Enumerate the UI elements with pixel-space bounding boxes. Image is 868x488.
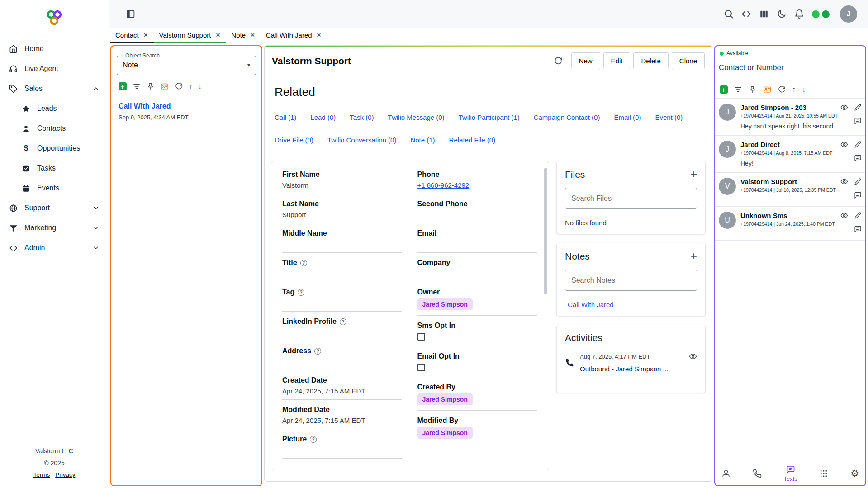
note-link[interactable]: Call With Jared: [565, 301, 697, 308]
add-note-button[interactable]: +: [690, 251, 697, 262]
help-icon[interactable]: ?: [314, 348, 321, 355]
eye-icon[interactable]: [840, 104, 848, 113]
texts-tab-button[interactable]: Texts: [783, 465, 797, 482]
refresh-icon[interactable]: [175, 82, 183, 90]
edit-pencil-icon[interactable]: [854, 178, 862, 187]
related-link-twilio-participant[interactable]: Twilio Participant (1): [459, 114, 520, 121]
sort-down-icon[interactable]: ↓: [802, 86, 806, 93]
created-by-badge[interactable]: Jared Simpson: [417, 393, 473, 405]
conversation-item[interactable]: V Valstorm Support +19704429414 | Jul 10…: [715, 173, 865, 207]
tab-note[interactable]: Note ✕: [226, 28, 261, 43]
status-dot-icon[interactable]: [812, 10, 820, 18]
calls-tab-button[interactable]: [753, 469, 762, 478]
filter-icon[interactable]: [133, 82, 141, 90]
tab-call-with-jared[interactable]: Call With Jared ✕: [261, 28, 327, 43]
contact-or-number-field[interactable]: Contact or Number: [715, 57, 865, 80]
edit-pencil-icon[interactable]: [854, 104, 862, 113]
modified-by-badge[interactable]: Jared Simpson: [417, 427, 473, 439]
sidebar-item-sales[interactable]: Sales: [0, 79, 109, 99]
related-link-campaign-contact[interactable]: Campaign Contact (0): [534, 114, 600, 121]
close-icon[interactable]: ✕: [143, 32, 148, 38]
search-files-input[interactable]: [565, 188, 697, 209]
sidebar-item-admin[interactable]: Admin: [0, 238, 109, 258]
search-icon[interactable]: [724, 9, 734, 19]
message-icon[interactable]: [854, 117, 862, 127]
sidebar-item-leads[interactable]: Leads: [0, 99, 109, 118]
pin-icon[interactable]: [749, 85, 757, 94]
refresh-icon[interactable]: [778, 85, 786, 94]
sidebar-item-support[interactable]: Support: [0, 198, 109, 218]
help-icon[interactable]: ?: [340, 318, 346, 325]
result-title-link[interactable]: Call With Jared: [119, 102, 254, 110]
phone-number-link[interactable]: +1 860-962-4292: [417, 181, 470, 189]
conversation-item[interactable]: U Unknown Sms +19704429414 | Jun 24, 202…: [715, 207, 865, 241]
new-button[interactable]: New: [571, 52, 600, 69]
add-record-button[interactable]: +: [119, 82, 127, 90]
message-icon[interactable]: [854, 191, 862, 201]
add-file-button[interactable]: +: [690, 169, 697, 180]
help-icon[interactable]: ?: [298, 289, 304, 296]
email-opt-in-checkbox[interactable]: [417, 364, 425, 371]
sidebar-toggle-button[interactable]: [126, 9, 136, 19]
message-icon[interactable]: [854, 154, 862, 164]
dark-mode-moon-icon[interactable]: [777, 9, 787, 19]
edit-button[interactable]: Edit: [603, 52, 631, 69]
conversation-item[interactable]: J Jared Simpson - 203 +19704429414 | Aug…: [715, 99, 865, 136]
related-link-twilio-message[interactable]: Twilio Message (0): [388, 114, 445, 121]
delete-button[interactable]: Delete: [633, 52, 668, 69]
sidebar-item-contacts[interactable]: Contacts: [0, 118, 109, 138]
eye-icon[interactable]: [840, 212, 848, 221]
sidebar-item-marketing[interactable]: Marketing: [0, 218, 109, 238]
related-link-call[interactable]: Call (1): [275, 114, 296, 121]
details-scrollbar[interactable]: [544, 168, 547, 294]
user-avatar[interactable]: J: [840, 5, 857, 23]
sidebar-item-opportunities[interactable]: $ Opportunities: [0, 138, 109, 158]
sidebar-item-live-agent[interactable]: Live Agent: [0, 59, 109, 79]
eye-icon[interactable]: [840, 178, 848, 187]
search-notes-input[interactable]: [565, 270, 697, 291]
clone-button[interactable]: Clone: [672, 52, 705, 69]
object-search-select[interactable]: Note ▾: [123, 60, 250, 69]
search-result-item[interactable]: Call With Jared Sep 9, 2025, 4:34 AM EDT: [117, 96, 256, 127]
settings-gear-icon[interactable]: ⚙: [850, 469, 859, 478]
sidebar-item-tasks[interactable]: Tasks: [0, 158, 109, 178]
code-console-icon[interactable]: [741, 9, 751, 19]
refresh-icon[interactable]: [554, 57, 563, 66]
contact-card-icon[interactable]: [763, 85, 771, 94]
pin-icon[interactable]: [147, 82, 155, 90]
privacy-link[interactable]: Privacy: [55, 469, 75, 481]
conversation-item[interactable]: J Jared Direct +19704429414 | Aug 8, 202…: [715, 136, 865, 173]
tab-contact[interactable]: Contact ✕: [110, 28, 154, 43]
columns-view-icon[interactable]: [759, 9, 769, 19]
status-dot-icon[interactable]: [822, 10, 830, 18]
edit-pencil-icon[interactable]: [854, 141, 862, 150]
related-link-event[interactable]: Event (0): [655, 114, 683, 121]
sidebar-item-home[interactable]: Home: [0, 39, 109, 59]
filter-icon[interactable]: [734, 85, 742, 94]
activity-item[interactable]: Aug 7, 2025, 4:17 PM EDT Outbound - Jare…: [565, 352, 697, 385]
add-conversation-button[interactable]: +: [720, 85, 728, 94]
sidebar-item-events[interactable]: Events: [0, 178, 109, 198]
terms-link[interactable]: Terms: [33, 469, 50, 481]
related-link-twilio-conversation[interactable]: Twilio Conversation (0): [327, 136, 397, 144]
sms-opt-in-checkbox[interactable]: [417, 333, 425, 341]
notifications-bell-icon[interactable]: [794, 9, 804, 19]
sort-up-icon[interactable]: ↑: [189, 83, 192, 90]
eye-icon[interactable]: [689, 352, 697, 360]
sort-down-icon[interactable]: ↓: [198, 83, 202, 90]
related-link-related-file[interactable]: Related File (0): [449, 136, 496, 144]
sort-up-icon[interactable]: ↑: [792, 86, 796, 93]
eye-icon[interactable]: [840, 141, 848, 150]
help-icon[interactable]: ?: [310, 436, 317, 443]
related-link-email[interactable]: Email (0): [614, 114, 641, 121]
close-icon[interactable]: ✕: [250, 32, 255, 38]
related-link-drive-file[interactable]: Drive File (0): [275, 136, 313, 144]
close-icon[interactable]: ✕: [317, 32, 322, 38]
tab-valstorm-support[interactable]: Valstorm Support ✕: [154, 28, 226, 43]
owner-badge[interactable]: Jared Simpson: [417, 298, 473, 310]
contacts-tab-button[interactable]: [721, 469, 730, 478]
close-icon[interactable]: ✕: [215, 32, 220, 38]
related-link-task[interactable]: Task (0): [350, 114, 374, 121]
related-link-lead[interactable]: Lead (0): [310, 114, 336, 121]
apps-grid-button[interactable]: [819, 469, 828, 478]
